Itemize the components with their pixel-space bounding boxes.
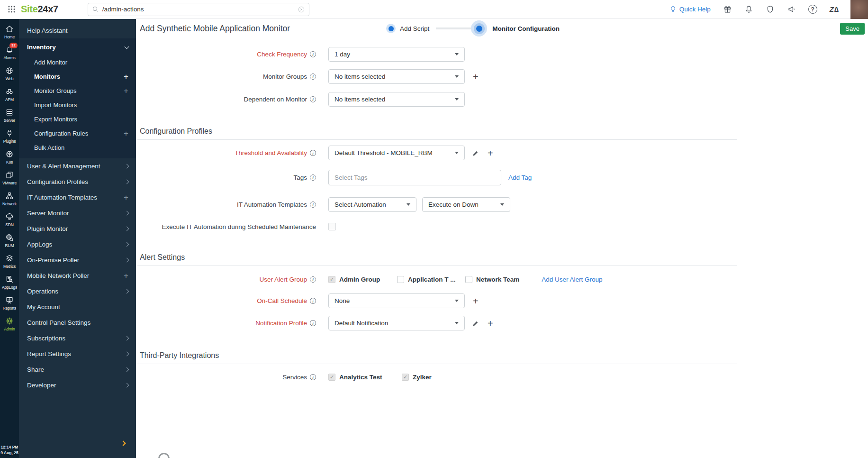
sidebar-item-control-panel-settings[interactable]: Control Panel Settings [19, 315, 136, 330]
rail-item-reports[interactable]: Reports [0, 296, 19, 311]
checkbox-admin-group[interactable]: ✓ Admin Group [328, 276, 397, 283]
whats-new-button[interactable] [723, 5, 732, 14]
quick-help-button[interactable]: Quick Help [669, 5, 711, 13]
clear-search-icon[interactable] [298, 6, 305, 13]
notifications-button[interactable] [744, 5, 753, 14]
sidebar-item-user-alert-management[interactable]: User & Alert Management [19, 158, 136, 174]
sidebar-item-developer[interactable]: Developer [19, 377, 136, 393]
rail-item-admin[interactable]: Admin [0, 317, 19, 331]
threshold-select[interactable]: Default Threshold - MOBILE_RBM [328, 146, 465, 160]
info-icon[interactable]: i [310, 51, 316, 57]
sidebar-item-monitors[interactable]: Monitors+ [19, 69, 136, 83]
add-monitor-group-icon[interactable]: + [473, 72, 479, 82]
sidebar-item-report-settings[interactable]: Report Settings [19, 346, 136, 362]
sidebar-item-monitor-groups[interactable]: Monitor Groups+ [19, 83, 136, 98]
rail-item-k8s[interactable]: K8s [0, 150, 19, 165]
log-search-icon [5, 275, 14, 284]
add-tag-link[interactable]: Add Tag [508, 174, 532, 181]
save-button[interactable]: Save [840, 23, 865, 35]
automation-action-select[interactable]: Execute on Down [422, 197, 510, 212]
info-icon[interactable]: i [310, 374, 316, 380]
execute-maintenance-checkbox[interactable] [328, 223, 336, 230]
info-icon[interactable]: i [310, 276, 316, 283]
rail-item-metrics[interactable]: Metrics [0, 254, 19, 269]
sidebar-item-help-assistant[interactable]: Help Assistant [19, 23, 136, 38]
sidebar-item-applogs[interactable]: AppLogs [19, 237, 136, 252]
sidebar-item-my-account[interactable]: My Account [19, 299, 136, 315]
plus-icon[interactable]: + [124, 73, 128, 81]
binoculars-icon [5, 87, 14, 96]
sidebar-item-import-monitors[interactable]: Import Monitors [19, 98, 136, 112]
info-icon[interactable]: i [310, 320, 316, 326]
edit-threshold-icon[interactable] [472, 149, 479, 156]
monitor-groups-label: Monitor Groups [263, 73, 307, 80]
sidebar-collapse-toggle[interactable] [120, 440, 126, 446]
floating-button-partial[interactable] [158, 453, 170, 458]
monitor-groups-select[interactable]: No items selected [328, 69, 465, 84]
plus-icon[interactable]: + [124, 272, 128, 280]
help-button[interactable]: ? [808, 5, 817, 14]
app-grid-icon[interactable] [5, 3, 18, 16]
gift-icon [723, 5, 732, 14]
add-notification-profile-icon[interactable]: + [488, 319, 493, 328]
announcements-button[interactable] [787, 5, 796, 14]
sidebar-item-on-premise-poller[interactable]: On-Premise Poller [19, 252, 136, 268]
sidebar-item-add-monitor[interactable]: Add Monitor [19, 55, 136, 69]
rail-item-apm[interactable]: APM [0, 87, 19, 102]
rail-item-network[interactable]: Network [0, 192, 19, 206]
checkbox-analytics-test[interactable]: ✓ Analytics Test [328, 374, 402, 381]
checkbox-network-team[interactable]: Network Team [465, 276, 519, 283]
automation-template-select[interactable]: Select Automation [328, 197, 416, 212]
search-input[interactable] [102, 6, 298, 13]
rail-item-server[interactable]: Server [0, 108, 19, 123]
plus-icon[interactable]: + [124, 193, 128, 202]
dependent-monitor-select[interactable]: No items selected [328, 92, 465, 107]
plus-icon[interactable]: + [124, 87, 128, 95]
sidebar-item-share[interactable]: Share [19, 362, 136, 377]
step-monitor-configuration-indicator[interactable] [471, 20, 487, 37]
on-call-schedule-select[interactable]: None [328, 293, 465, 308]
sidebar-item-subscriptions[interactable]: Subscriptions [19, 330, 136, 346]
sidebar-item-operations[interactable]: Operations [19, 284, 136, 299]
add-threshold-icon[interactable]: + [488, 148, 493, 158]
rail-item-alarms[interactable]: 32 Alarms [0, 46, 19, 60]
checkbox-application-team[interactable]: Application T ... [397, 276, 465, 283]
sidebar-item-configuration-rules[interactable]: Configuration Rules+ [19, 126, 136, 140]
info-icon[interactable]: i [310, 298, 316, 304]
notification-profile-select[interactable]: Default Notification [328, 316, 465, 330]
sidebar-item-it-automation-templates[interactable]: IT Automation Templates+ [19, 190, 136, 205]
info-icon[interactable]: i [310, 150, 316, 156]
sidebar-item-server-monitor[interactable]: Server Monitor [19, 205, 136, 221]
site24x7-logo[interactable]: Site24x7 [21, 4, 58, 15]
edit-notification-profile-icon[interactable] [472, 320, 479, 327]
rail-item-plugins[interactable]: Plugins [0, 129, 19, 144]
global-search[interactable] [88, 3, 309, 16]
sidebar-item-export-monitors[interactable]: Export Monitors [19, 112, 136, 126]
security-button[interactable] [766, 5, 775, 14]
rail-item-rum[interactable]: RUM [0, 233, 19, 248]
info-icon[interactable]: i [310, 96, 316, 102]
add-on-call-schedule-icon[interactable]: + [473, 296, 479, 306]
info-icon[interactable]: i [310, 73, 316, 80]
sidebar-item-configuration-profiles[interactable]: Configuration Profiles [19, 174, 136, 190]
tags-input[interactable] [328, 170, 501, 185]
sidebar-item-plugin-monitor[interactable]: Plugin Monitor [19, 221, 136, 237]
sidebar-item-mobile-network-poller[interactable]: Mobile Network Poller+ [19, 268, 136, 284]
user-avatar[interactable] [850, 0, 868, 19]
info-icon[interactable]: i [310, 202, 316, 208]
plus-icon[interactable]: + [124, 129, 128, 137]
checkbox-zylker[interactable]: ✓ Zylker [402, 374, 432, 381]
zia-button[interactable]: Z∆ [830, 5, 839, 13]
chevron-right-icon [125, 164, 129, 169]
step-add-script-indicator[interactable] [386, 24, 396, 33]
add-user-alert-group-link[interactable]: Add User Alert Group [542, 276, 602, 283]
rail-item-sdn[interactable]: SDN [0, 212, 19, 227]
check-frequency-select[interactable]: 1 day [328, 47, 465, 62]
rail-item-applogs[interactable]: AppLogs [0, 275, 19, 290]
rail-item-home[interactable]: Home [0, 25, 19, 39]
info-icon[interactable]: i [310, 174, 316, 181]
sidebar-item-inventory[interactable]: Inventory [19, 39, 136, 55]
rail-item-web[interactable]: Web [0, 66, 19, 81]
rail-item-vmware[interactable]: VMware [0, 171, 19, 185]
sidebar-item-bulk-action[interactable]: Bulk Action [19, 140, 136, 155]
